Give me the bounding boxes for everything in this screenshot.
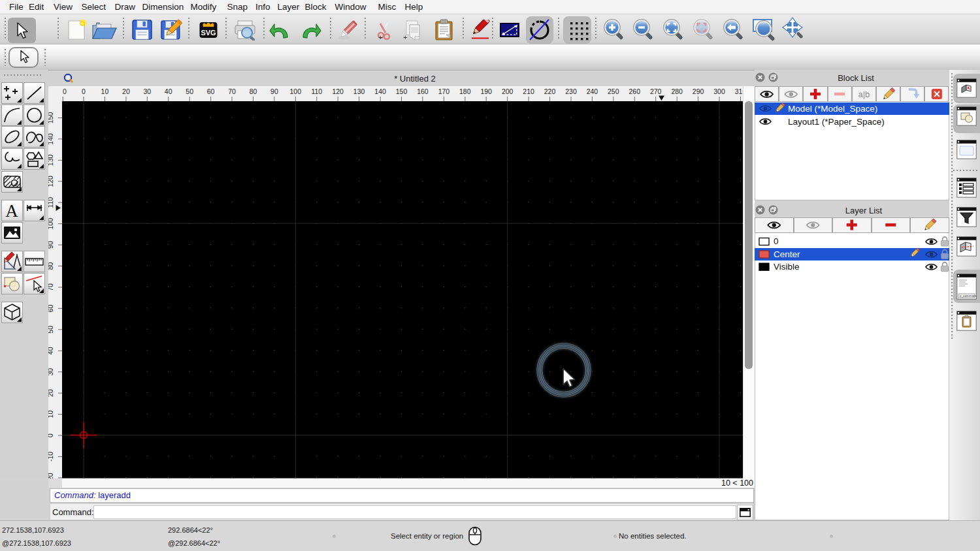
svg-text:90: 90 [270,87,278,95]
svg-text:10: 10 [101,87,108,95]
svg-text:120: 120 [332,87,344,95]
svg-text:170: 170 [438,87,449,95]
svg-text:+: + [378,33,382,40]
svg-text:40: 40 [164,87,172,95]
svg-text:220: 220 [544,87,555,95]
svg-text:310: 310 [734,87,743,95]
svg-text:260: 260 [629,87,640,95]
svg-text:190: 190 [480,87,492,95]
svg-text:160: 160 [417,87,429,95]
svg-text:90: 90 [48,241,54,249]
svg-text:150: 150 [395,87,407,95]
svg-text:130: 130 [353,87,365,95]
svg-text:130: 130 [48,154,54,166]
svg-text:280: 280 [671,87,683,95]
svg-text:c_command: c_command [960,294,977,298]
svg-text:180: 180 [459,87,471,95]
svg-text:0: 0 [48,433,54,437]
svg-text:140: 140 [374,87,386,95]
svg-text:300: 300 [713,87,725,95]
svg-text:150: 150 [48,112,54,123]
svg-text:10: 10 [48,410,54,418]
svg-text:100: 100 [289,87,301,95]
svg-text:-20: -20 [48,473,54,479]
svg-text:60: 60 [48,304,54,312]
svg-text:50: 50 [186,87,193,95]
svg-text:20: 20 [122,87,130,95]
svg-text:270: 270 [649,87,661,95]
svg-text:120: 120 [48,175,54,187]
svg-text:50: 50 [48,325,54,333]
svg-text:+: + [403,33,407,41]
svg-text:250: 250 [608,87,619,95]
svg-text:20: 20 [48,389,54,397]
svg-text:200: 200 [501,87,513,95]
svg-text:80: 80 [249,87,257,95]
svg-text:80: 80 [48,262,54,270]
svg-text:A: A [5,201,18,221]
svg-text:30: 30 [48,368,54,375]
svg-text:290: 290 [692,87,704,95]
svg-text:-10: -10 [48,451,54,461]
svg-text:60: 60 [206,87,214,95]
svg-text:230: 230 [565,87,577,95]
svg-text:70: 70 [48,283,54,291]
svg-text:240: 240 [586,87,598,95]
svg-text:100: 100 [48,217,54,229]
svg-text:a|b: a|b [858,89,870,99]
svg-text:0: 0 [62,87,66,95]
svg-text:0: 0 [82,87,86,95]
svg-text:210: 210 [523,87,534,95]
svg-text:30: 30 [143,87,151,95]
svg-text:40: 40 [48,347,54,354]
svg-text:70: 70 [228,87,236,95]
svg-text:140: 140 [48,133,54,144]
svg-text:110: 110 [48,197,54,208]
svg-text:SVG: SVG [201,29,216,37]
svg-text:110: 110 [311,87,322,95]
